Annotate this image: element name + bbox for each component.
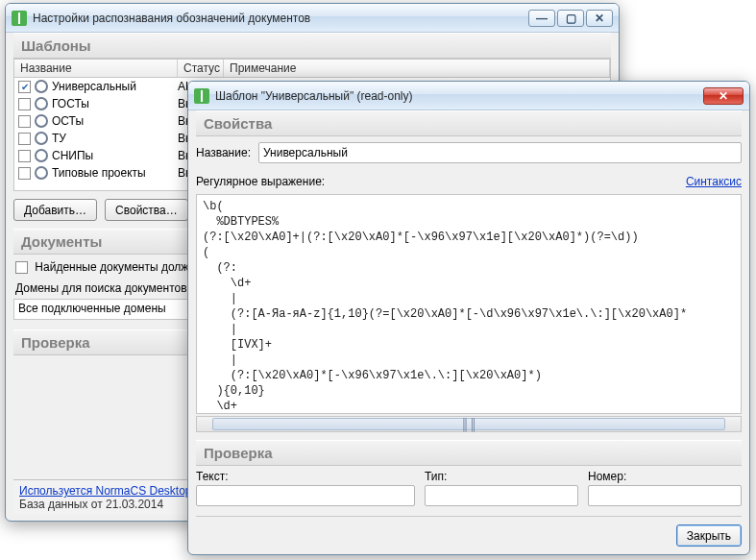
gear-icon xyxy=(35,166,48,180)
row-checkbox[interactable] xyxy=(18,133,31,145)
properties-section-header: Свойства xyxy=(196,110,742,136)
test-number-label: Номер: xyxy=(588,470,742,483)
window-title: Шаблон "Универсальный" (read-only) xyxy=(215,89,703,103)
regex-textarea[interactable]: \b( %DBTYPES% (?:[\x20\xA0]+|(?:[\x20\xA… xyxy=(196,194,742,414)
check-section-header: Проверка xyxy=(196,440,742,466)
row-checkbox[interactable] xyxy=(18,81,31,93)
app-icon xyxy=(194,88,209,104)
close-dialog-button[interactable]: Закрыть xyxy=(676,524,742,547)
row-label: Типовые проекты xyxy=(52,166,146,180)
gear-icon xyxy=(35,80,48,93)
row-label: ГОСТы xyxy=(52,97,89,110)
status-link[interactable]: Используется NormaCS Desktop 3. xyxy=(19,484,205,498)
status-db-date: База данных от 21.03.2014 xyxy=(19,498,163,511)
properties-button[interactable]: Свойства… xyxy=(105,199,188,221)
templates-section-header: Шаблоны xyxy=(13,33,611,59)
close-button[interactable]: ✕ xyxy=(703,87,744,105)
window-title: Настройки распознавания обозначений доку… xyxy=(33,12,528,25)
test-type-label: Тип: xyxy=(425,470,578,483)
close-button[interactable]: ✕ xyxy=(586,10,613,27)
name-input[interactable] xyxy=(258,142,742,163)
titlebar[interactable]: Шаблон "Универсальный" (read-only) ✕ xyxy=(188,82,749,110)
gear-icon xyxy=(35,149,48,162)
row-label: ОСТы xyxy=(52,114,84,128)
regex-label: Регулярное выражение: xyxy=(196,175,325,188)
gear-icon xyxy=(35,114,48,128)
gear-icon xyxy=(35,132,48,145)
test-text-label: Текст: xyxy=(196,470,415,483)
test-text-input[interactable] xyxy=(196,485,415,506)
row-checkbox[interactable] xyxy=(18,98,31,110)
regex-scrollbar[interactable]: ║║ xyxy=(196,416,742,432)
test-number-input[interactable] xyxy=(588,485,742,506)
docs-found-checkbox[interactable] xyxy=(15,261,28,274)
syntax-link[interactable]: Синтаксис xyxy=(686,175,742,188)
row-label: Универсальный xyxy=(52,80,136,93)
row-label: СНИПы xyxy=(52,149,93,162)
svg-rect-1 xyxy=(18,12,20,24)
row-checkbox[interactable] xyxy=(18,150,31,162)
minimize-button[interactable]: — xyxy=(528,10,555,27)
add-button[interactable]: Добавить… xyxy=(13,199,97,221)
test-type-input[interactable] xyxy=(425,485,578,506)
row-checkbox[interactable] xyxy=(18,167,31,180)
app-icon xyxy=(12,11,27,26)
col-status[interactable]: Статус xyxy=(178,60,224,77)
row-label: ТУ xyxy=(52,132,66,145)
docs-domain-value: Все подключенные домены xyxy=(18,302,166,315)
template-window: Шаблон "Универсальный" (read-only) ✕ Сво… xyxy=(187,81,750,555)
gear-icon xyxy=(35,97,48,110)
col-note[interactable]: Примечание xyxy=(224,60,610,77)
titlebar[interactable]: Настройки распознавания обозначений доку… xyxy=(6,4,619,33)
name-label: Название: xyxy=(196,146,251,159)
col-name[interactable]: Название xyxy=(14,60,178,77)
row-checkbox[interactable] xyxy=(18,115,31,128)
maximize-button[interactable]: ▢ xyxy=(557,10,584,27)
svg-rect-3 xyxy=(201,90,203,102)
docs-found-label: Найденные документы должны xyxy=(35,260,203,274)
templates-table-header: Название Статус Примечание xyxy=(13,59,611,78)
